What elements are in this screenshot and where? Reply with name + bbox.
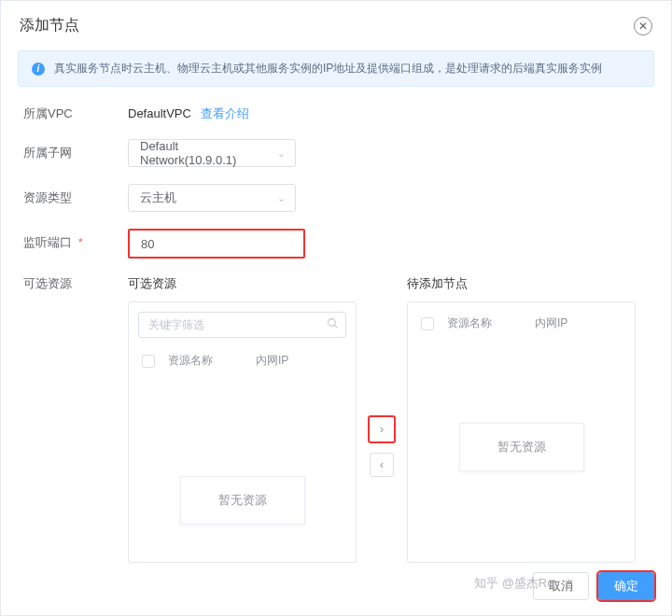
modal-header: 添加节点 ✕ xyxy=(1,1,671,50)
label-subnet: 所属子网 xyxy=(23,139,128,161)
vpc-name: DefaultVPC xyxy=(128,106,191,120)
chevron-down-icon: ⌄ xyxy=(277,147,286,160)
modal-footer: 取消 确定 xyxy=(1,563,671,616)
panel-available: 可选资源 资源名称 内网IP xyxy=(128,275,357,563)
modal-title: 添加节点 xyxy=(20,16,79,35)
row-subnet: 所属子网 Default Network(10.9.0.1) ⌄ xyxy=(23,139,649,167)
panel-available-title: 可选资源 xyxy=(128,275,357,292)
port-input[interactable] xyxy=(128,229,305,259)
col-intranet-ip: 内网IP xyxy=(535,315,622,331)
transfer-body: 可选资源 资源名称 内网IP xyxy=(128,275,649,563)
row-restype: 资源类型 云主机 ⌄ xyxy=(23,184,649,212)
restype-select[interactable]: 云主机 ⌄ xyxy=(128,184,296,212)
label-transfer: 可选资源 xyxy=(23,275,128,563)
empty-card: 暂无资源 xyxy=(459,423,584,471)
info-alert: i 真实服务节点时云主机、物理云主机或其他服务实例的IP地址及提供端口组成，是处… xyxy=(18,50,654,87)
search-input[interactable] xyxy=(138,312,346,338)
cancel-button[interactable]: 取消 xyxy=(533,572,589,600)
vpc-intro-link[interactable]: 查看介绍 xyxy=(201,106,249,120)
panel-pending: 待添加节点 资源名称 内网IP 暂无资源 xyxy=(407,275,636,563)
subnet-select[interactable]: Default Network(10.9.0.1) ⌄ xyxy=(128,139,296,167)
required-mark: * xyxy=(78,235,83,249)
value-vpc: DefaultVPC 查看介绍 xyxy=(128,100,649,122)
panel-available-box: 资源名称 内网IP 暂无资源 xyxy=(128,301,357,563)
add-node-modal: 添加节点 ✕ i 真实服务节点时云主机、物理云主机或其他服务实例的IP地址及提供… xyxy=(0,0,672,616)
row-transfer: 可选资源 可选资源 资源名称 内网I xyxy=(23,275,649,563)
svg-point-0 xyxy=(329,319,336,327)
info-icon: i xyxy=(32,63,45,76)
row-vpc: 所属VPC DefaultVPC 查看介绍 xyxy=(23,100,649,122)
label-vpc: 所属VPC xyxy=(23,100,128,122)
alert-text: 真实服务节点时云主机、物理云主机或其他服务实例的IP地址及提供端口组成，是处理请… xyxy=(54,61,602,77)
panel-pending-box: 资源名称 内网IP 暂无资源 xyxy=(407,301,636,563)
chevron-right-icon: › xyxy=(380,423,384,436)
panel-pending-title: 待添加节点 xyxy=(407,275,636,292)
label-port: 监听端口 * xyxy=(23,229,128,251)
pending-empty: 暂无资源 xyxy=(417,341,625,553)
col-intranet-ip: 内网IP xyxy=(256,353,343,369)
restype-value: 云主机 xyxy=(140,189,176,206)
pending-columns: 资源名称 内网IP xyxy=(417,312,625,341)
move-right-button[interactable]: › xyxy=(368,415,396,443)
form-body: 所属VPC DefaultVPC 查看介绍 所属子网 Default Netwo… xyxy=(1,100,671,563)
available-empty: 暂无资源 xyxy=(138,378,346,553)
subnet-value: Default Network(10.9.0.1) xyxy=(140,139,269,167)
row-port: 监听端口 * xyxy=(23,229,649,259)
available-search xyxy=(138,312,346,338)
confirm-button[interactable]: 确定 xyxy=(598,572,654,600)
select-all-checkbox[interactable] xyxy=(421,317,434,330)
available-columns: 资源名称 内网IP xyxy=(138,347,346,378)
chevron-down-icon: ⌄ xyxy=(277,192,286,204)
col-resource-name: 资源名称 xyxy=(168,353,243,369)
transfer-buttons: › ‹ xyxy=(357,415,407,477)
move-left-button[interactable]: ‹ xyxy=(370,453,394,477)
empty-card: 暂无资源 xyxy=(180,476,305,525)
label-restype: 资源类型 xyxy=(23,184,128,206)
search-icon xyxy=(327,317,339,332)
svg-line-1 xyxy=(334,325,337,328)
close-icon: ✕ xyxy=(638,20,648,33)
col-resource-name: 资源名称 xyxy=(447,315,522,331)
chevron-left-icon: ‹ xyxy=(380,458,384,471)
close-button[interactable]: ✕ xyxy=(634,17,652,35)
select-all-checkbox[interactable] xyxy=(142,355,155,368)
